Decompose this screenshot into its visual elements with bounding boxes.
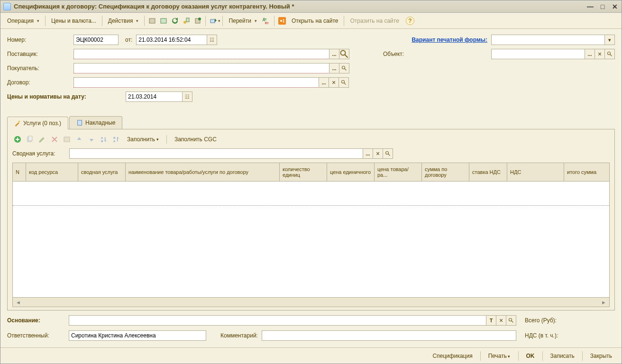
clear-icon[interactable] bbox=[496, 315, 506, 326]
number-input[interactable] bbox=[73, 35, 119, 45]
search-icon[interactable] bbox=[339, 63, 349, 73]
separator bbox=[344, 16, 344, 26]
col-item-price[interactable]: цена товара/ра... bbox=[375, 163, 422, 181]
print-menu[interactable]: Печать bbox=[484, 351, 515, 361]
total-label: Всего (Руб): bbox=[525, 317, 615, 324]
from-label: от: bbox=[125, 36, 132, 43]
goto-menu[interactable]: Перейти bbox=[225, 16, 261, 26]
contract-input[interactable] bbox=[73, 77, 319, 88]
object-input[interactable] bbox=[491, 49, 585, 59]
responsible-input[interactable] bbox=[69, 330, 206, 341]
col-vat[interactable]: НДС bbox=[507, 163, 564, 181]
summary-service-input[interactable] bbox=[69, 148, 363, 159]
toolbar-icon-1[interactable] bbox=[147, 16, 157, 26]
fill-cgc-button[interactable]: Заполнить CGC bbox=[171, 135, 220, 144]
col-summary[interactable]: сводная услуга bbox=[78, 163, 126, 181]
move-up-icon bbox=[74, 134, 84, 145]
tab-services[interactable]: Услуги (0 поз.) bbox=[7, 117, 68, 129]
comment-label: Комментарий: bbox=[220, 332, 258, 339]
search-icon[interactable] bbox=[506, 315, 516, 326]
save-button[interactable]: Записать bbox=[546, 351, 579, 361]
svg-point-15 bbox=[608, 52, 611, 55]
search-icon[interactable] bbox=[604, 49, 615, 59]
edit-icon bbox=[37, 134, 47, 145]
select-icon[interactable] bbox=[329, 63, 339, 73]
ok-button[interactable]: OK bbox=[521, 351, 540, 361]
prices-date-label: Цены и нормативы на дату: bbox=[7, 93, 126, 100]
scroll-left-icon[interactable]: ◄ bbox=[16, 300, 21, 305]
basis-input[interactable] bbox=[69, 315, 486, 326]
form-area: Номер: от: Вариант печатной формы: ▾ bbox=[0, 29, 622, 108]
wand-icon bbox=[14, 120, 21, 127]
close-button[interactable]: ✕ bbox=[611, 3, 619, 10]
refresh-icon[interactable] bbox=[170, 16, 180, 26]
sort-desc-icon[interactable]: ЯА bbox=[111, 134, 121, 145]
clear-icon[interactable] bbox=[373, 148, 383, 159]
svg-line-14 bbox=[345, 55, 348, 57]
svg-text:Я: Я bbox=[113, 136, 115, 139]
toolbar-icon-5[interactable] bbox=[193, 16, 202, 26]
search-icon[interactable] bbox=[339, 49, 349, 59]
svg-text:Кт: Кт bbox=[265, 21, 269, 25]
select-icon[interactable] bbox=[319, 77, 329, 88]
fill-menu[interactable]: Заполнить▾ bbox=[123, 135, 163, 144]
col-unit-price[interactable]: цена единичного bbox=[327, 163, 375, 181]
svg-line-18 bbox=[345, 69, 347, 71]
maximize-button[interactable]: □ bbox=[599, 3, 606, 10]
help-icon[interactable]: ? bbox=[406, 17, 414, 25]
print-variant-label[interactable]: Вариант печатной формы: bbox=[412, 36, 487, 43]
svg-point-13 bbox=[341, 51, 346, 55]
svg-point-5 bbox=[198, 18, 201, 20]
col-vat-rate[interactable]: ставка НДС bbox=[469, 163, 507, 181]
select-icon[interactable] bbox=[329, 49, 339, 59]
dt-kt-icon[interactable]: ДтКт bbox=[262, 16, 271, 26]
actions-menu[interactable]: Действия bbox=[104, 16, 143, 26]
sort-asc-icon[interactable]: АЯ bbox=[99, 134, 109, 145]
tab-services-label: Услуги (0 поз.) bbox=[23, 120, 61, 127]
calendar-icon[interactable] bbox=[207, 35, 217, 45]
toolbar-icon-4[interactable] bbox=[182, 16, 191, 26]
close-window-button[interactable]: Закрыть bbox=[585, 351, 617, 361]
toolbar-icon-2[interactable] bbox=[159, 16, 168, 26]
clear-icon[interactable] bbox=[595, 49, 605, 59]
number-label: Номер: bbox=[7, 36, 73, 43]
tab-invoices[interactable]: Накладные bbox=[69, 116, 122, 129]
grid-body[interactable] bbox=[13, 182, 609, 297]
dropdown-arrow-icon[interactable]: ▾ bbox=[218, 18, 220, 23]
select-icon[interactable] bbox=[585, 49, 595, 59]
site-icon bbox=[277, 16, 287, 26]
select-icon[interactable] bbox=[363, 148, 373, 159]
open-on-site-button[interactable]: Открыть на сайте bbox=[288, 16, 342, 26]
scroll-right-icon[interactable]: ► bbox=[601, 300, 606, 305]
col-qty[interactable]: количество единиц bbox=[280, 163, 327, 181]
search-icon[interactable] bbox=[383, 148, 393, 159]
supplier-label: Поставщик: bbox=[7, 51, 73, 57]
grid-scrollbar[interactable]: ◄ ► bbox=[13, 297, 609, 307]
col-total[interactable]: итого сумма bbox=[564, 163, 609, 181]
search-icon[interactable] bbox=[338, 77, 349, 88]
minimize-button[interactable]: — bbox=[586, 3, 594, 10]
prices-currency-button[interactable]: Цены и валюта... bbox=[47, 16, 100, 26]
toolbar-icon-6[interactable] bbox=[209, 16, 218, 26]
operation-menu[interactable]: Операция bbox=[3, 16, 43, 26]
specification-button[interactable]: Спецификация bbox=[428, 351, 477, 361]
dropdown-icon[interactable]: ▾ bbox=[604, 35, 615, 45]
supplier-input[interactable] bbox=[73, 49, 329, 59]
date-input[interactable] bbox=[136, 35, 207, 45]
col-n[interactable]: N bbox=[13, 163, 26, 181]
col-res-code[interactable]: код ресурса bbox=[26, 163, 78, 181]
fill-label: Заполнить bbox=[127, 136, 155, 143]
buyer-input[interactable] bbox=[73, 63, 329, 73]
calendar-icon[interactable] bbox=[182, 91, 192, 102]
col-sum[interactable]: сумма по договору bbox=[422, 163, 469, 181]
prices-date-input[interactable] bbox=[126, 91, 183, 102]
col-name[interactable]: наименование товара/работы/услуги по дог… bbox=[126, 163, 280, 181]
print-variant-input[interactable] bbox=[491, 35, 605, 45]
comment-input[interactable] bbox=[262, 330, 516, 341]
tab-invoices-label: Накладные bbox=[85, 119, 115, 126]
text-icon[interactable]: T bbox=[486, 315, 496, 326]
document-icon bbox=[3, 3, 11, 10]
add-icon[interactable] bbox=[12, 134, 23, 145]
clear-icon[interactable] bbox=[329, 77, 339, 88]
inner-toolbar: АЯ ЯА Заполнить▾ Заполнить CGC bbox=[12, 134, 610, 145]
